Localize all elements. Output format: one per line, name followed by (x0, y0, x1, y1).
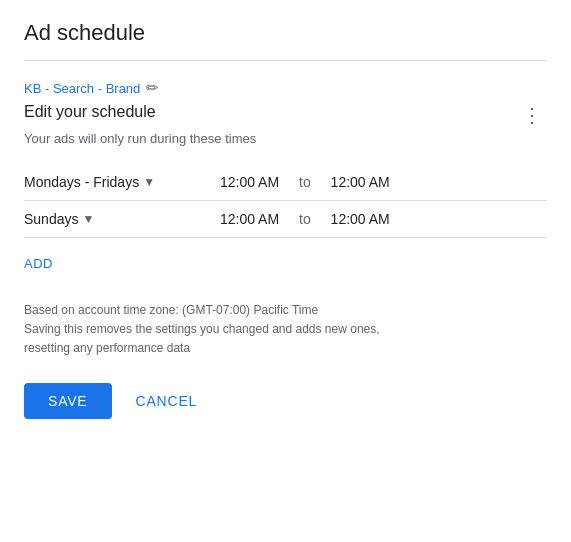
cancel-button[interactable]: CANCEL (128, 383, 206, 419)
breadcrumb-row: KB - Search - Brand ✏ (24, 79, 547, 97)
section-header-row: Edit your schedule ⋮ (24, 103, 547, 127)
day-label-1: Mondays - Fridays (24, 174, 139, 190)
day-label-2: Sundays (24, 211, 78, 227)
time-to-1[interactable]: 12:00 AM (323, 174, 398, 190)
day-selector-2[interactable]: Sundays ▼ (24, 211, 204, 227)
time-to-2[interactable]: 12:00 AM (323, 211, 398, 227)
page-container: Ad schedule KB - Search - Brand ✏ Edit y… (0, 0, 571, 443)
save-button[interactable]: SAVE (24, 383, 112, 419)
dropdown-arrow-icon-2: ▼ (82, 212, 94, 226)
pencil-icon[interactable]: ✏ (146, 79, 159, 97)
divider (24, 60, 547, 61)
add-button[interactable]: ADD (24, 246, 547, 281)
table-row: Sundays ▼ 12:00 AM to 12:00 AM (24, 201, 547, 238)
page-title: Ad schedule (24, 20, 547, 46)
section-subtitle: Your ads will only run during these time… (24, 131, 547, 146)
info-line-1: Based on account time zone: (GMT-07:00) … (24, 301, 547, 320)
info-line-2: Saving this removes the settings you cha… (24, 320, 547, 339)
footer-buttons: SAVE CANCEL (24, 383, 547, 419)
info-section: Based on account time zone: (GMT-07:00) … (24, 301, 547, 359)
table-row: Mondays - Fridays ▼ 12:00 AM to 12:00 AM (24, 164, 547, 201)
time-from-1[interactable]: 12:00 AM (212, 174, 287, 190)
info-line-3: resetting any performance data (24, 339, 547, 358)
section-title: Edit your schedule (24, 103, 156, 121)
breadcrumb-link[interactable]: KB - Search - Brand (24, 81, 140, 96)
dropdown-arrow-icon-1: ▼ (143, 175, 155, 189)
time-from-2[interactable]: 12:00 AM (212, 211, 287, 227)
to-label-2: to (299, 211, 311, 227)
three-dot-menu-icon[interactable]: ⋮ (518, 103, 547, 127)
add-button-label[interactable]: ADD (24, 246, 53, 281)
day-selector-1[interactable]: Mondays - Fridays ▼ (24, 174, 204, 190)
to-label-1: to (299, 174, 311, 190)
schedule-table: Mondays - Fridays ▼ 12:00 AM to 12:00 AM… (24, 164, 547, 238)
